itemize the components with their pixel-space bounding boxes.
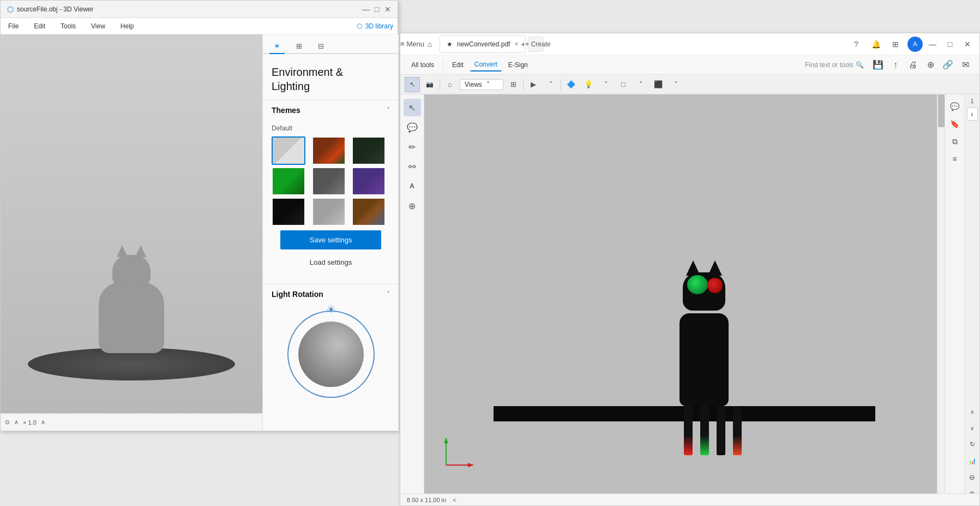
viewer-maximize-btn[interactable]: □	[374, 6, 380, 13]
layers-btn[interactable]: ≡	[947, 151, 963, 166]
data-btn[interactable]: 📊	[965, 453, 980, 468]
default-label: Default	[272, 124, 390, 132]
hamburger-icon: ≡	[400, 40, 405, 48]
link-btn[interactable]: 🔗	[940, 57, 955, 73]
themes-title: Themes	[272, 106, 300, 115]
library-icon: ⬡	[357, 22, 362, 30]
viewer-title: sourceFile.obj - 3D Viewer	[17, 5, 94, 13]
sun-indicator: ☀	[326, 303, 336, 316]
lighting-chevron[interactable]: ˅	[598, 77, 614, 92]
acrobat-statusbar: 8.50 x 11.00 in <	[400, 493, 979, 505]
notifications-btn[interactable]: 🔔	[868, 37, 883, 52]
select-tool-btn[interactable]: ↖	[404, 99, 421, 116]
scroll-up-btn[interactable]: ∧	[965, 404, 980, 419]
save-settings-button[interactable]: Save settings	[280, 230, 381, 249]
acrobat-close-btn[interactable]: ✕	[960, 37, 975, 52]
search-area[interactable]: Find text or tools 🔍	[805, 61, 864, 69]
share-btn[interactable]: ↑	[888, 57, 903, 73]
new-tab-btn[interactable]: + + Create	[528, 37, 543, 52]
refresh-btn[interactable]: ↻	[965, 437, 980, 452]
user-avatar[interactable]: A	[907, 37, 923, 52]
menu-help[interactable]: Help	[117, 21, 137, 31]
themes-content: Default	[263, 120, 399, 284]
lighting-dropdown[interactable]: 💡	[581, 77, 596, 92]
acrobat-scrollbar[interactable]	[937, 94, 945, 503]
tab-lighting[interactable]: ☀	[269, 39, 285, 54]
print-btn[interactable]: 🖨	[905, 57, 921, 73]
acrobat-home-btn[interactable]: ⌂	[422, 37, 437, 52]
mail-btn[interactable]: ✉	[958, 57, 973, 73]
viewer-minimize-btn[interactable]: —	[363, 6, 369, 13]
tab-grid[interactable]: ⊞	[291, 39, 306, 54]
model-tree-btn[interactable]: 🔷	[563, 77, 579, 92]
plus-icon: +	[521, 40, 525, 49]
theme-9[interactable]	[352, 198, 386, 226]
theme-7[interactable]	[272, 198, 305, 226]
bookmark-btn[interactable]: 🔖	[947, 116, 963, 132]
toolbar-convert[interactable]: Convert	[470, 58, 502, 72]
load-settings-button[interactable]: Load settings	[280, 254, 381, 271]
theme-8[interactable]	[312, 198, 346, 226]
wolf-body	[99, 282, 164, 353]
tab-table[interactable]: ⊟	[313, 39, 328, 54]
pdf-wolf-figure	[680, 313, 729, 406]
bg-chevron[interactable]: ˅	[668, 77, 683, 92]
home-view-btn[interactable]: ⌂	[442, 77, 458, 92]
light-dial[interactable]: ☀	[287, 311, 375, 398]
acrobat-maximize-btn[interactable]: □	[942, 37, 958, 52]
theme-grid	[272, 136, 390, 226]
save-btn[interactable]: 💾	[870, 57, 886, 73]
theme-1[interactable]	[272, 136, 305, 165]
light-rotation-header[interactable]: Light Rotation ˅	[263, 284, 399, 304]
scrollbar-thumb[interactable]	[938, 94, 945, 127]
scroll-left-btn[interactable]: <	[453, 497, 456, 503]
toolbar-edit[interactable]: Edit	[448, 59, 468, 71]
acrobat-hamburger[interactable]: ≡ Menu	[405, 37, 420, 52]
theme-6[interactable]	[352, 167, 386, 195]
3d-options-btn[interactable]: ⊞	[506, 77, 521, 92]
menu-view[interactable]: View	[88, 21, 109, 31]
annotation-btn[interactable]: 💬	[404, 118, 421, 136]
zoom-in-btn[interactable]: ⊕	[923, 57, 938, 73]
link-tool-btn[interactable]: ⚯	[404, 158, 421, 175]
menu-tools[interactable]: Tools	[57, 21, 79, 31]
zoom-out-btn[interactable]: ⊖	[965, 469, 980, 485]
acrobat-minimize-btn[interactable]: —	[925, 37, 940, 52]
scroll-down-btn[interactable]: ∨	[965, 420, 980, 436]
apps-btn[interactable]: ⊞	[888, 37, 903, 52]
help-btn[interactable]: ?	[849, 37, 864, 52]
acrobat-3d-viewport[interactable]	[424, 94, 945, 503]
viewer-close-btn[interactable]: ✕	[384, 6, 391, 13]
zoom-toggle: ∧	[41, 419, 45, 426]
camera-btn[interactable]: 📷	[422, 77, 437, 92]
theme-5[interactable]	[312, 167, 346, 195]
draw-btn[interactable]: ✏	[404, 138, 421, 156]
viewer-titlebar: ⬡ sourceFile.obj - 3D Viewer — □ ✕	[1, 1, 398, 18]
panel-title: Environment & Lighting	[263, 54, 399, 100]
comment-panel-btn[interactable]: 💬	[947, 99, 963, 114]
theme-3[interactable]	[352, 136, 386, 165]
play-dropdown[interactable]: ˅	[543, 77, 558, 92]
themes-section-header[interactable]: Themes ˅	[263, 100, 399, 120]
toolbar-alltools[interactable]: All tools	[407, 59, 438, 71]
render-btn[interactable]: □	[616, 77, 631, 92]
close-tab-icon[interactable]: ✕	[514, 41, 519, 47]
play-btn[interactable]: ▶	[526, 77, 541, 92]
theme-4[interactable]	[272, 167, 305, 195]
acrobat-toolbar: All tools Edit Convert E-Sign Find text …	[400, 55, 979, 75]
toolbar-esign[interactable]: E-Sign	[504, 59, 532, 71]
library-btn[interactable]: ⬡ 3D library	[357, 22, 393, 30]
bg-btn[interactable]: ⬛	[651, 77, 666, 92]
acrobat-tab-pdf[interactable]: ★ newConverted.pdf ✕	[440, 35, 526, 53]
page-thumbnail[interactable]: 1	[967, 108, 978, 121]
render-chevron[interactable]: ˅	[633, 77, 648, 92]
3d-viewport[interactable]	[1, 34, 262, 413]
menu-edit[interactable]: Edit	[31, 21, 49, 31]
stamp-tool-btn[interactable]: ⊕	[404, 197, 421, 215]
menu-file[interactable]: File	[5, 21, 22, 31]
cursor-tool-btn[interactable]: ↖	[405, 77, 420, 92]
text-tool-btn[interactable]: A	[404, 177, 421, 195]
copy-btn[interactable]: ⧉	[947, 134, 963, 149]
theme-2[interactable]	[312, 136, 346, 165]
views-dropdown[interactable]: Views ˅	[460, 79, 503, 90]
